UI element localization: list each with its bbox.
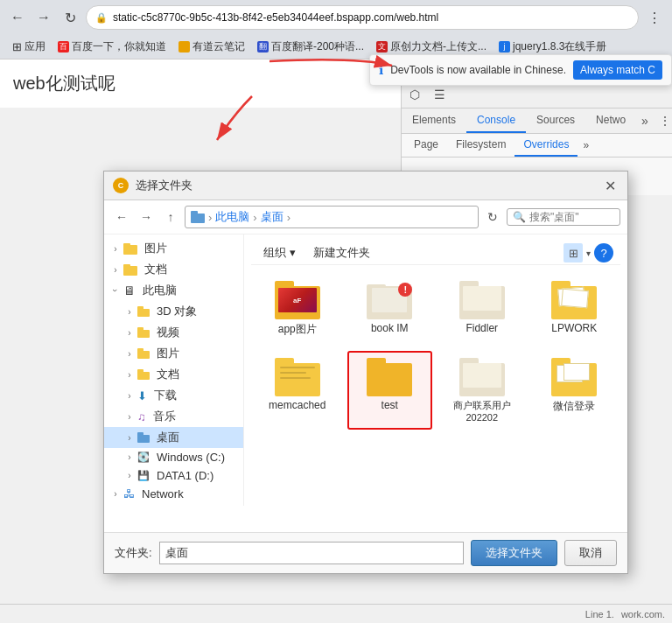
dialog-close-button[interactable]: ✕ bbox=[601, 177, 619, 194]
file-item[interactable]: LPWORK bbox=[532, 274, 618, 344]
bookmark-fanyi[interactable]: 翻 百度翻译-200种语... bbox=[252, 38, 369, 56]
file-item[interactable]: 微信登录 bbox=[532, 351, 618, 430]
dialog-footer: 文件夹: 选择文件夹 取消 bbox=[104, 532, 627, 573]
view-toggle-button[interactable]: ⊞ bbox=[564, 243, 583, 262]
bookmark-baidu[interactable]: 百 百度一下，你就知道 bbox=[52, 38, 172, 56]
file-item-selected[interactable]: test bbox=[347, 351, 433, 430]
sidebar-item-docs-quick[interactable]: › 文档 bbox=[104, 259, 243, 280]
select-folder-button[interactable]: 选择文件夹 bbox=[471, 540, 557, 566]
drive-icon: 💾 bbox=[137, 470, 150, 481]
dialog-body: › 图片 › 文档 › 🖥 此电脑 bbox=[104, 234, 627, 532]
network-icon: 🖧 bbox=[123, 487, 135, 500]
sidebar-item-videos[interactable]: › 视频 bbox=[104, 322, 243, 343]
devtools-notification: ℹ DevTools is now available in Chinese. … bbox=[369, 54, 672, 86]
file-item[interactable]: memcached bbox=[255, 351, 340, 430]
cancel-button[interactable]: 取消 bbox=[564, 540, 617, 566]
sidebar-item-network[interactable]: › 🖧 Network bbox=[104, 485, 243, 503]
refresh-button[interactable]: ↻ bbox=[60, 7, 80, 28]
organize-button[interactable]: 组织 ▾ bbox=[258, 243, 301, 262]
inspect-element-button[interactable]: ⬡ bbox=[403, 83, 426, 106]
sidebar-item-documents[interactable]: › 文档 bbox=[104, 364, 243, 385]
help-button[interactable]: ? bbox=[594, 243, 613, 262]
bookmark-youdao[interactable]: 有道云笔记 bbox=[173, 38, 250, 56]
tab-console[interactable]: Console bbox=[466, 108, 526, 133]
expand-arrow: › bbox=[111, 265, 120, 274]
bookmark-jquery[interactable]: j jquery1.8.3在线手册 bbox=[494, 38, 612, 56]
file-dialog: C 选择文件夹 ✕ ← → ↑ › 此电脑 › 桌面 › ↻ 🔍 bbox=[103, 171, 628, 574]
breadcrumb-desktop[interactable]: 桌面 bbox=[261, 209, 284, 225]
sidebar-label: 图片 bbox=[157, 346, 179, 361]
file-item[interactable]: aF app图片 bbox=[255, 274, 340, 344]
file-name: Fiddler bbox=[466, 322, 498, 334]
more-tabs-button[interactable]: » bbox=[636, 110, 654, 131]
address-bar[interactable]: 🔒 static-c5c8770c-9b5c-413b-8f42-e5eb340… bbox=[86, 5, 639, 30]
always-match-button[interactable]: Always match C bbox=[573, 60, 662, 80]
view-dropdown-arrow: ▾ bbox=[586, 248, 591, 258]
sidebar-label: Network bbox=[142, 487, 184, 500]
file-item[interactable]: Fiddler bbox=[439, 274, 525, 344]
toolbar-right: ⊞ ▾ ? bbox=[564, 243, 613, 262]
subtab-overrides[interactable]: Overrides bbox=[514, 134, 578, 157]
folder-icon bbox=[551, 358, 597, 396]
breadcrumb-computer[interactable]: 此电脑 bbox=[215, 209, 249, 225]
file-item[interactable]: ! book IM bbox=[347, 274, 433, 344]
url-text: static-c5c8770c-9b5c-413b-8f42-e5eb34044… bbox=[113, 11, 438, 24]
tab-elements[interactable]: Elements bbox=[402, 108, 466, 133]
folder-name-input[interactable] bbox=[159, 542, 464, 564]
tab-network[interactable]: Netwo bbox=[585, 108, 636, 133]
tab-sources[interactable]: Sources bbox=[526, 108, 585, 133]
subtab-filesystem[interactable]: Filesystem bbox=[447, 134, 514, 157]
sidebar-item-windows-c[interactable]: › 💽 Windows (C:) bbox=[104, 448, 243, 466]
bookmark-apps[interactable]: ⊞ 应用 bbox=[7, 38, 51, 56]
search-box: 🔍 bbox=[507, 208, 620, 226]
subtab-page[interactable]: Page bbox=[405, 134, 447, 157]
subtab-more-button[interactable]: » bbox=[578, 136, 594, 155]
toolbar-left: 组织 ▾ 新建文件夹 bbox=[258, 243, 375, 262]
sidebar-item-data1-d[interactable]: › 💾 DATA1 (D:) bbox=[104, 466, 243, 485]
search-input[interactable] bbox=[529, 211, 608, 223]
dialog-title-text: 选择文件夹 bbox=[136, 178, 601, 193]
search-icon: 🔍 bbox=[513, 211, 526, 223]
dialog-forward-button[interactable]: → bbox=[136, 206, 157, 228]
folder-icon bbox=[459, 281, 505, 319]
sidebar-item-downloads[interactable]: › ⬇ 下载 bbox=[104, 385, 243, 406]
dialog-back-button[interactable]: ← bbox=[111, 206, 132, 228]
folder-icon bbox=[275, 358, 320, 396]
sidebar-item-pictures-quick[interactable]: › 图片 bbox=[104, 238, 243, 259]
bookmark-doc[interactable]: 文 原创力文档-上传文... bbox=[371, 38, 492, 56]
expand-arrow: › bbox=[125, 433, 134, 442]
notification-text: DevTools is now available in Chinese. bbox=[390, 64, 566, 76]
info-icon: ℹ bbox=[379, 63, 383, 77]
file-name: 微信登录 bbox=[553, 399, 595, 414]
devtools-subtabs: Page Filesystem Overrides » bbox=[402, 134, 672, 158]
file-name: app图片 bbox=[278, 322, 317, 337]
dialog-up-button[interactable]: ↑ bbox=[160, 206, 181, 228]
sidebar-item-this-pc[interactable]: › 🖥 此电脑 bbox=[104, 280, 243, 301]
back-button[interactable]: ← bbox=[7, 7, 28, 28]
dialog-refresh-button[interactable]: ↻ bbox=[482, 206, 503, 228]
new-folder-button[interactable]: 新建文件夹 bbox=[308, 243, 375, 262]
sidebar-item-3d[interactable]: › 3D 对象 bbox=[104, 301, 243, 322]
file-item[interactable]: 商户联系用户202202 bbox=[439, 351, 525, 430]
dock-button[interactable]: ⋮ bbox=[654, 110, 672, 131]
lock-icon: 🔒 bbox=[95, 12, 108, 24]
dialog-main: 组织 ▾ 新建文件夹 ⊞ ▾ ? aF bbox=[244, 234, 627, 532]
computer-icon: 🖥 bbox=[123, 284, 136, 298]
device-toggle-button[interactable]: ☰ bbox=[428, 83, 451, 106]
sidebar-item-music[interactable]: › ♫ 音乐 bbox=[104, 406, 243, 427]
devtools-tabs: Elements Console Sources Netwo » ⋮ ⊡ bbox=[402, 108, 672, 134]
sidebar-label: 桌面 bbox=[157, 430, 179, 445]
extensions-button[interactable]: ⋮ bbox=[644, 7, 665, 28]
files-grid: aF app图片 ! book IM bbox=[251, 270, 620, 433]
browser-nav-bar: ← → ↻ 🔒 static-c5c8770c-9b5c-413b-8f42-e… bbox=[0, 0, 672, 35]
file-name: book IM bbox=[371, 322, 409, 334]
dialog-file-toolbar: 组织 ▾ 新建文件夹 ⊞ ▾ ? bbox=[251, 242, 620, 265]
forward-button[interactable]: → bbox=[33, 7, 54, 28]
sidebar-item-desktop[interactable]: › 桌面 bbox=[104, 427, 243, 448]
sidebar-label: 下载 bbox=[154, 388, 177, 403]
sidebar-item-pictures[interactable]: › 图片 bbox=[104, 343, 243, 364]
breadcrumb-bar: › 此电脑 › 桌面 › bbox=[185, 206, 479, 228]
folder-icon bbox=[551, 281, 597, 319]
breadcrumb-sep2: › bbox=[253, 211, 256, 224]
sidebar-label: 3D 对象 bbox=[157, 304, 197, 319]
